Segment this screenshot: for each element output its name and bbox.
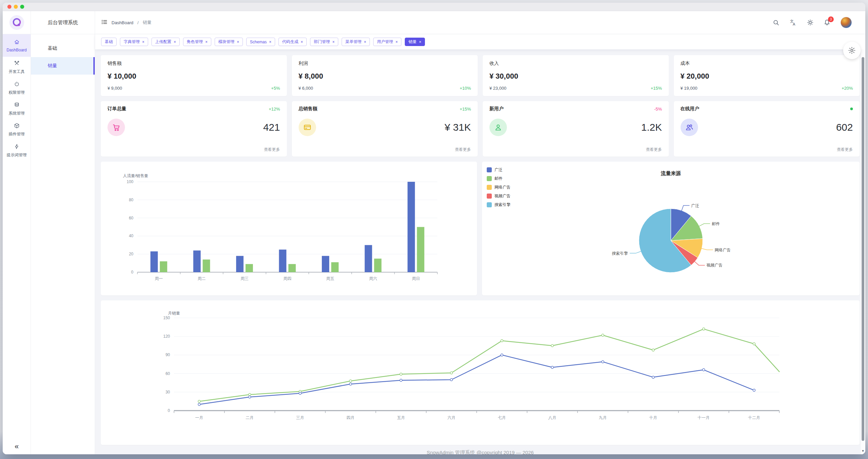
tab-chip-销量[interactable]: 销量× [405,38,425,46]
settings-gear-button[interactable] [843,42,861,59]
view-more-link[interactable]: 查看更多 [455,147,471,153]
sidebar-item-系统管理[interactable]: 系统管理 [3,98,31,119]
stat-title: 成本 [681,60,853,66]
app-logo[interactable] [3,11,31,34]
legend-label: 网络广告 [494,184,510,190]
tab-chip-基础[interactable]: 基础 [101,38,117,46]
stat-delta: +5% [271,86,280,91]
menu-list-icon[interactable] [101,19,107,26]
close-tab-icon[interactable]: × [174,40,176,44]
close-tab-icon[interactable]: × [142,40,145,44]
tools-icon [14,60,20,67]
svg-text:二月: 二月 [246,415,254,420]
line-chart-card[interactable]: 月销量0306090120150一月二月三月四月五月六月七月八月九月十月十一月十… [101,300,860,445]
close-tab-icon[interactable]: × [237,40,239,44]
svg-text:七月: 七月 [498,415,506,420]
close-tab-icon[interactable]: × [364,40,366,44]
user-avatar[interactable] [840,17,852,28]
metric-delta: -5% [654,106,662,112]
search-icon[interactable] [773,19,779,26]
svg-text:周一: 周一 [155,276,163,281]
stat-value: ¥ 8,000 [299,72,471,81]
close-tab-icon[interactable]: × [269,40,271,44]
notifications-bell-icon[interactable]: 3 [824,19,830,26]
tab-chip-Schemas[interactable]: Schemas× [246,38,275,46]
close-tab-icon[interactable]: × [332,40,335,44]
stat-previous-value: ¥ 6,000 [299,86,313,91]
sidebar-item-label: 插件管理 [9,131,25,137]
minimize-window-button[interactable] [14,5,18,9]
svg-text:一月: 一月 [195,415,203,420]
svg-text:十月: 十月 [649,415,657,420]
collapse-sidebar-button[interactable]: « [3,442,31,451]
close-tab-icon[interactable]: × [395,40,398,44]
tab-chip-部门管理[interactable]: 部门管理× [310,38,338,46]
legend-item-广泛[interactable]: 广泛 [487,167,510,173]
svg-text:周二: 周二 [197,276,206,281]
sidebar-item-权限管理[interactable]: 权限管理 [3,78,31,98]
svg-text:周六: 周六 [369,276,377,281]
app-window: DashBoard开发工具权限管理系统管理插件管理提示词管理 « 后台管理系统 … [3,3,865,454]
svg-text:120: 120 [163,334,170,339]
online-status-dot [850,108,853,110]
tab-chip-菜单管理[interactable]: 菜单管理× [342,38,370,46]
stat-delta: +20% [841,86,853,91]
sidebar-item-开发工具[interactable]: 开发工具 [3,57,31,78]
view-more-link[interactable]: 查看更多 [837,147,853,153]
dashboard-content: 销售额 ¥ 10,000 ¥ 9,000 +5%利润 ¥ 8,000 ¥ 6,0… [95,50,865,454]
sidebar-item-提示词管理[interactable]: 提示词管理 [3,140,31,161]
close-tab-icon[interactable]: × [301,40,303,44]
app-title: 后台管理系统 [31,11,95,34]
maximize-window-button[interactable] [20,5,24,9]
legend-item-搜索引擎[interactable]: 搜索引擎 [487,202,510,208]
window-titlebar [3,3,865,11]
header-actions: 文A 3 [773,17,852,28]
view-more-link[interactable]: 查看更多 [646,147,662,153]
pie-chart-card[interactable]: 广泛邮件网络广告视频广告搜索引擎 流量来源广泛邮件网络广告视频广告搜索引擎 [482,162,860,295]
bar-chart-card[interactable]: 人流量/销售量020406080100周一周二周三周四周五周六周日 [101,162,477,295]
metric-value: 1.2K [641,122,662,133]
tab-chip-上传配置[interactable]: 上传配置× [152,38,180,46]
tab-chip-label: 模块管理 [218,39,235,45]
close-tab-icon[interactable]: × [205,40,208,44]
legend-item-视频广告[interactable]: 视频广告 [487,193,510,199]
submenu-item-基础[interactable]: 基础 [31,40,95,57]
scrollbar-thumb[interactable] [862,57,864,441]
theme-sun-icon[interactable] [807,19,814,26]
vertical-scrollbar[interactable]: ▼ [860,50,865,454]
metric-cards-row: 订单总量+12% 421 查看更多总销售额+15% ¥ 31K 查看更多新用户-… [101,101,860,157]
close-window-button[interactable] [7,5,11,9]
tab-chip-字典管理[interactable]: 字典管理× [120,38,148,46]
svg-text:周三: 周三 [241,276,249,281]
submenu-item-销量[interactable]: 销量 [31,57,95,74]
legend-item-邮件[interactable]: 邮件 [487,176,510,181]
close-tab-icon[interactable]: × [419,40,421,44]
traffic-sales-bar-chart: 人流量/销售量020406080100周一周二周三周四周五周六周日 [101,162,477,295]
legend-swatch [487,176,492,181]
svg-text:邮件: 邮件 [712,221,720,226]
breadcrumb-dashboard[interactable]: DashBoard [112,20,133,25]
footer-copyright: SnowAdmin 管理系统 @copyright 2019 — 2026 [101,450,860,454]
tab-chip-代码生成[interactable]: 代码生成× [278,38,307,46]
svg-text:30: 30 [165,390,170,395]
tab-chip-用户管理[interactable]: 用户管理× [373,38,401,46]
tab-chip-label: 字典管理 [124,39,140,45]
svg-text:60: 60 [165,371,170,376]
tab-chip-角色管理[interactable]: 角色管理× [183,38,211,46]
stat-card-成本: 成本 ¥ 20,000 ¥ 19,000 +20% [674,55,860,96]
credit-card-icon [299,119,316,136]
tab-chip-模块管理[interactable]: 模块管理× [215,38,243,46]
bolt-icon [14,144,20,151]
sidebar-item-插件管理[interactable]: 插件管理 [3,119,31,140]
metric-value: 602 [836,122,853,133]
scrollbar-down-arrow[interactable]: ▼ [861,449,865,453]
view-more-link[interactable]: 查看更多 [264,147,280,153]
legend-swatch [487,202,492,207]
power-icon [14,81,20,88]
translate-icon[interactable]: 文A [789,19,797,26]
sidebar-item-DashBoard[interactable]: DashBoard [3,34,31,57]
legend-item-网络广告[interactable]: 网络广告 [487,184,510,190]
sidebar-item-label: 系统管理 [9,111,25,116]
metric-title: 在线用户 [681,106,700,112]
sidebar-item-label: DashBoard [6,48,27,53]
